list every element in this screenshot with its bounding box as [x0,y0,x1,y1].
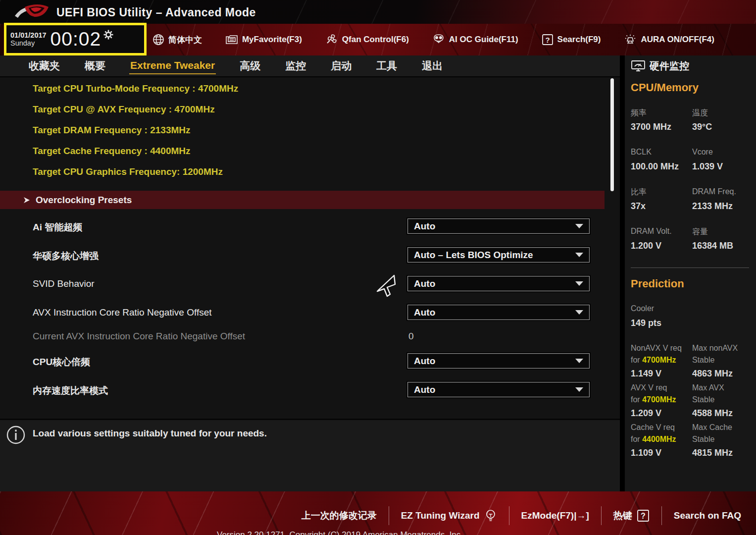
chevron-down-icon [575,387,583,392]
dropdown-value: Auto [414,221,575,232]
prediction-label: AVX V req [631,383,667,392]
setting-label-avx-offset: AVX Instruction Core Ratio Negative Offs… [33,307,212,318]
dropdown-dram-ratio-mode[interactable]: Auto [407,382,590,397]
setting-label-ai-overclock: Ai 智能超频 [33,221,82,234]
favorite-folder-icon [225,34,238,45]
prediction-freq-line: for 4400MHz [631,435,676,444]
hotkeys-button[interactable]: 热键 ? [602,509,661,522]
prediction-label: Max nonAVX [692,344,738,353]
dropdown-value: Auto – Lets BIOS Optimize [414,250,575,261]
prediction-value: 1.209 V [631,408,661,419]
svg-text:?: ? [545,36,550,44]
metric-label: DRAM Volt. [631,227,672,236]
qfan-label: Qfan Control(F6) [342,35,409,45]
prediction-value: 1.149 V [631,369,661,379]
datetime-widget[interactable]: 01/01/2017 Sunday 00:02 [4,23,147,55]
prediction-label: Max AVX [692,383,724,392]
ai-oc-guide-label: AI OC Guide(F11) [449,35,518,45]
highlighted-frequency: 4400MHz [642,435,676,443]
dropdown-multicore-enhancement[interactable]: Auto – Lets BIOS Optimize [407,247,590,263]
aura-label: AURA ON/OFF(F4) [641,35,714,45]
chevron-down-icon [575,281,583,286]
tab-tool[interactable]: 工具 [375,57,398,75]
metric-value: 2133 MHz [692,201,733,212]
dropdown-svid-behavior[interactable]: Auto [407,276,590,291]
chevron-down-icon [575,359,583,363]
myfavorite-label: MyFavorite(F3) [242,35,302,45]
quick-toolbar: 简体中文 MyFavorite(F3) [152,24,714,55]
metric-label: 容量 [692,227,708,237]
ezmode-button[interactable]: EzMode(F7)|→] [509,510,601,521]
prediction-value: 4815 MHz [692,448,733,458]
tab-overview[interactable]: 概要 [84,57,106,75]
tab-extreme-tweaker[interactable]: Extreme Tweaker [129,57,216,74]
language-label: 简体中文 [168,34,202,46]
tab-exit[interactable]: 退出 [421,57,444,75]
metric-value: 1.039 V [692,161,723,172]
cooler-value: 149 pts [631,318,661,328]
metric-label: 比率 [631,187,647,198]
setting-description: Load various settings suitably tuned for… [33,428,267,439]
dropdown-cpu-core-ratio[interactable]: Auto [407,353,590,369]
cpu-memory-section-title: CPU/Memory [631,81,699,94]
tab-boot[interactable]: 启动 [330,57,353,75]
metric-label: BCLK [631,148,652,157]
fan-icon [325,33,338,46]
tab-advanced[interactable]: 高级 [239,57,261,75]
metric-label: 温度 [692,108,708,118]
target-dram-frequency: Target DRAM Frequency : 2133MHz [33,125,191,136]
highlighted-frequency: 4700MHz [642,395,676,404]
tab-favorites[interactable]: 收藏夹 [28,57,61,75]
myfavorite-button[interactable]: MyFavorite(F3) [225,34,302,45]
robot-icon [432,34,445,46]
day-label: Sunday [10,39,47,47]
submenu-arrow-icon [23,196,31,204]
prediction-value: 4588 MHz [692,408,733,419]
panel-divider [631,268,749,268]
setting-label-svid-behavior: SVID Behavior [33,278,95,289]
language-button[interactable]: 简体中文 [152,34,202,46]
menu-tabbar: 收藏夹 概要 Extreme Tweaker 高级 监控 启动 工具 退出 [0,55,620,77]
metric-label: 频率 [631,108,647,118]
overclocking-presets-row[interactable]: Overclocking Presets [0,191,605,209]
search-on-faq-button[interactable]: Search on FAQ [662,510,753,521]
dropdown-avx-offset[interactable]: Auto [407,305,590,320]
footer-bar: 上一次的修改记录 EZ Tuning Wizard EzMode(F7)|→] [0,491,756,535]
metric-value: 39°C [692,122,712,132]
dropdown-value: Auto [414,356,575,367]
cooler-label: Cooler [631,304,654,313]
dropdown-value: Auto [414,278,575,289]
date-label: 01/01/2017 [10,31,47,39]
dropdown-ai-overclock[interactable]: Auto [407,218,590,234]
setting-label-multicore-enhancement: 华硕多核心增强 [33,250,99,263]
uefi-bios-screen: UEFI BIOS Utility – Advanced Mode 01/01/… [0,0,756,535]
prediction-value: 4863 MHz [692,369,733,379]
info-icon [6,425,26,445]
scrollbar-thumb[interactable] [610,78,614,191]
metric-label: DRAM Freq. [692,187,736,196]
target-cpu-turbo-frequency: Target CPU Turbo-Mode Frequency : 4700MH… [33,83,238,94]
last-modified-button[interactable]: 上一次的修改记录 [290,509,389,522]
dropdown-value: Auto [414,307,575,318]
search-button[interactable]: ? Search(F9) [542,34,601,46]
ez-tuning-wizard-button[interactable]: EZ Tuning Wizard [389,509,509,523]
qfan-control-button[interactable]: Qfan Control(F6) [325,33,409,46]
tab-monitor[interactable]: 监控 [284,57,307,75]
gear-icon[interactable] [103,29,114,40]
target-cpu-avx-frequency: Target CPU @ AVX Frequency : 4700MHz [33,104,215,115]
mouse-cursor [374,273,397,298]
dropdown-value: Auto [414,384,575,395]
globe-icon [152,34,164,46]
target-cpu-graphics-frequency: Target CPU Graphics Frequency: 1200MHz [33,166,223,177]
prediction-freq-line: for 4700MHz [631,356,676,365]
monitor-gauge-icon [631,60,646,73]
metric-value: 3700 MHz [631,122,671,132]
ai-oc-guide-button[interactable]: AI OC Guide(F11) [432,34,518,46]
bulb-icon [484,509,497,523]
setting-label-dram-ratio-mode: 内存速度比率模式 [33,384,108,397]
highlighted-frequency: 4700MHz [642,356,676,364]
prediction-label: NonAVX V req [631,344,682,353]
bios-version-text: Version 2.20.1271. Copyright (C) 2019 Am… [217,530,463,535]
aura-button[interactable]: AURA ON/OFF(F4) [624,33,714,46]
setting-label-current-avx-offset: Current AVX Instruction Core Ratio Negat… [33,331,245,342]
